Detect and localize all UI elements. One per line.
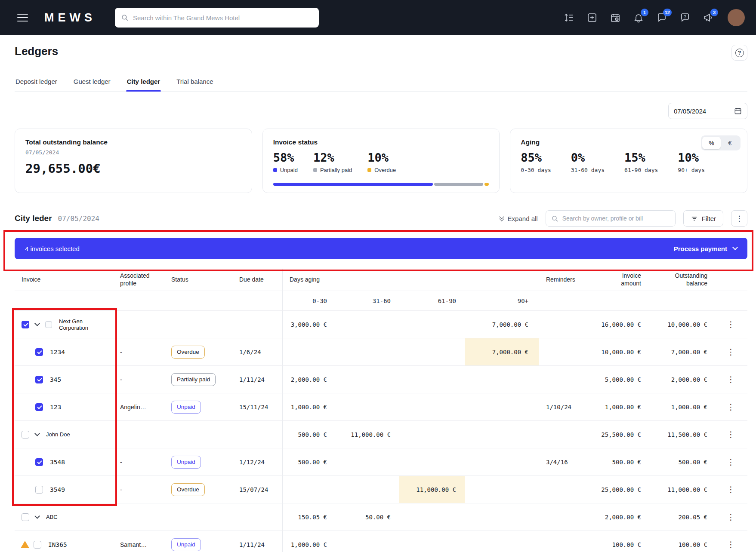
double-chevron-down-icon [500, 216, 503, 221]
business-date-picker[interactable]: 07/05/2024 [668, 103, 747, 119]
invoice-row: 3549-Overdue15/07/2411,000.00 €25,000.00… [15, 476, 747, 503]
associated-profile-cell: - [113, 448, 169, 475]
subheader-cell [595, 291, 650, 310]
invoice-cell: 3549 [15, 476, 113, 503]
section-kebab-menu[interactable]: ⋮ [731, 210, 747, 227]
row-kebab-menu-icon[interactable]: ⋮ [727, 375, 735, 383]
toggle-option-percent[interactable]: % [702, 137, 721, 149]
row-kebab-menu-icon[interactable]: ⋮ [727, 540, 735, 549]
row-kebab-menu-icon[interactable]: ⋮ [727, 403, 735, 411]
avatar[interactable] [728, 9, 745, 26]
row-kebab-menu-icon[interactable]: ⋮ [727, 458, 735, 466]
column-outstanding-balance: Outstanding balance [650, 269, 714, 291]
row-checkbox[interactable] [22, 431, 29, 439]
aging-cell-90+ [465, 366, 539, 393]
chevron-down-icon[interactable] [34, 513, 40, 519]
search-icon [551, 215, 559, 222]
row-actions-cell: ⋮ [714, 476, 747, 503]
aging-cell-61-90 [399, 338, 465, 365]
column-days-aging: Days aging [282, 269, 539, 291]
row-checkbox[interactable] [35, 403, 43, 411]
aging-cell-0-30: 1,000.00 € [282, 531, 336, 552]
aging-cell-31-60 [336, 393, 399, 420]
search-icon [121, 14, 129, 21]
calendar-icon [734, 107, 742, 115]
tab-guest-ledger[interactable]: Guest ledger [73, 74, 111, 91]
process-payment-button[interactable]: Process payment [674, 245, 737, 252]
invoice-row: IN365Samant…Unpaid1/11/241,000.00 €100.0… [15, 531, 747, 552]
invoice-cell: 345 [15, 366, 113, 393]
expand-all-button[interactable]: Expand all [500, 215, 538, 222]
invoice-amount-cell: 500.00 € [595, 448, 650, 475]
table-body: Next Gen Corporation3,000.00 €7,000.00 €… [15, 311, 747, 552]
reminders-cell [539, 531, 595, 552]
filter-button[interactable]: Filter [683, 210, 723, 227]
ledger-search-input[interactable] [562, 215, 670, 222]
row-kebab-menu-icon[interactable]: ⋮ [727, 320, 735, 328]
reminders-cell [539, 311, 595, 338]
aging-unit-toggle: %€ [701, 135, 741, 150]
column-actions [714, 269, 747, 291]
row-kebab-menu-icon[interactable]: ⋮ [727, 513, 735, 521]
status-badge: Unpaid [171, 401, 201, 414]
global-search[interactable] [115, 8, 319, 28]
messages-icon[interactable]: 12 [656, 12, 667, 23]
aging-cell-31-60 [336, 366, 399, 393]
legend-label: Overdue [374, 167, 396, 173]
tab-trial-balance[interactable]: Trial balance [176, 74, 214, 91]
row-actions-cell: ⋮ [714, 531, 747, 552]
row-checkbox[interactable] [22, 321, 29, 328]
row-checkbox[interactable] [35, 376, 43, 383]
chevron-down-icon[interactable] [34, 321, 40, 326]
legend-dot [313, 168, 317, 172]
group-sub-checkbox[interactable] [45, 321, 52, 328]
row-checkbox[interactable] [34, 541, 41, 549]
ledgers-page: Ledgers Deposit ledgerGuest ledgerCity l… [0, 45, 756, 552]
row-kebab-menu-icon[interactable]: ⋮ [727, 348, 735, 356]
aging-bucket-label: 90+ days [678, 167, 705, 173]
ledger-search[interactable] [546, 210, 676, 227]
line-height-icon[interactable] [563, 12, 574, 23]
add-reservation-icon[interactable] [586, 12, 598, 23]
row-checkbox[interactable] [22, 513, 29, 521]
invoice-cell: IN365 [15, 531, 113, 552]
help-button[interactable] [731, 45, 747, 61]
availability-calendar-icon[interactable] [610, 12, 621, 23]
outstanding-balance-cell: 7,000.00 € [650, 338, 714, 365]
status-bar-segment [434, 183, 483, 186]
mews-logo: MEWS [44, 11, 96, 25]
row-kebab-menu-icon[interactable]: ⋮ [727, 430, 735, 439]
reminders-cell [539, 503, 595, 531]
subheader-cell [650, 291, 714, 310]
due-date-cell: 15/07/24 [238, 476, 282, 503]
row-checkbox[interactable] [35, 486, 43, 494]
associated-profile-cell [113, 421, 169, 448]
help-chat-icon[interactable]: ? [679, 12, 691, 23]
invoice-number: 3548 [50, 459, 65, 466]
notifications-bell-icon[interactable]: 1 [633, 12, 644, 23]
status-cell: Overdue [169, 476, 238, 503]
toggle-option-currency[interactable]: € [721, 137, 739, 149]
outstanding-balance-cell: 11,000.00 € [650, 476, 714, 503]
associated-profile-cell: - [113, 338, 169, 365]
row-actions-cell: ⋮ [714, 393, 747, 420]
row-checkbox[interactable] [35, 348, 43, 356]
outstanding-balance-cell: 200.05 € [650, 503, 714, 531]
invoice-row: 345-Partially paid1/11/242,000.00 €5,000… [15, 366, 747, 393]
global-search-input[interactable] [133, 14, 313, 21]
reminders-cell: 3/4/16 [539, 448, 595, 475]
aging-cell-90+ [465, 393, 539, 420]
status-badge: Partially paid [171, 373, 216, 386]
tab-city-ledger[interactable]: City ledger [126, 74, 161, 91]
menu-icon[interactable] [17, 14, 28, 22]
invoice-status-legend: 58%Unpaid12%Partially paid10%Overdue [273, 151, 489, 173]
announcements-megaphone-icon[interactable]: 3 [703, 12, 714, 23]
row-kebab-menu-icon[interactable]: ⋮ [727, 485, 735, 494]
tab-deposit-ledger[interactable]: Deposit ledger [15, 74, 58, 91]
aging-cell-90+ [465, 448, 539, 475]
chevron-down-icon[interactable] [34, 431, 40, 436]
row-checkbox[interactable] [35, 458, 43, 466]
legend-label: Partially paid [320, 167, 352, 173]
associated-profile-cell: - [113, 476, 169, 503]
aging-cell-31-60 [336, 476, 399, 503]
